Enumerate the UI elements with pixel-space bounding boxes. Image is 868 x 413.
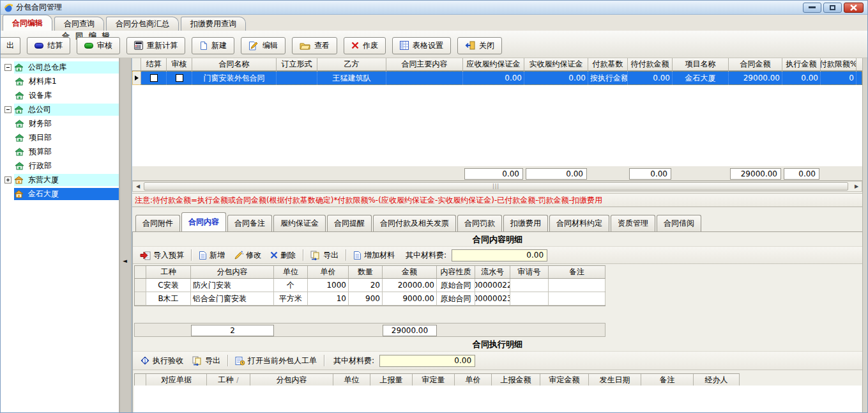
tab-subcontractor-summary[interactable]: 合同分包商汇总 — [106, 17, 179, 31]
delete-row-button[interactable]: 删除 — [268, 249, 298, 262]
tree-item-jinshi-tower-selected[interactable]: 金石大厦 — [1, 187, 119, 201]
col-exec-amount[interactable]: 执行金额 — [782, 58, 821, 70]
edit-button[interactable]: 编辑 — [241, 37, 286, 54]
content-row-2[interactable]: B木工 铝合金门窗安装 平方米 10 900 9000.00 原始合同 0000… — [135, 292, 605, 306]
tree-item-dongying-tower[interactable]: 东营大厦 — [1, 173, 119, 187]
exec-material-fee-input[interactable]: 0.00 — [379, 355, 475, 367]
col-pending-amount[interactable]: 待付款金额 — [628, 58, 673, 70]
collapse-icon[interactable] — [4, 106, 11, 113]
scroll-right-arrow-icon[interactable]: ▶ — [851, 182, 862, 191]
tree-item-equipment-store[interactable]: 设备库 — [1, 88, 119, 102]
minimize-button[interactable] — [803, 3, 821, 13]
col-quantity[interactable]: 数量 — [349, 266, 383, 278]
tree-item-project-dept[interactable]: 项目部 — [1, 130, 119, 144]
tab-contract-attachment[interactable]: 合同附件 — [135, 215, 180, 231]
new-button[interactable]: 新建 — [192, 37, 234, 54]
col-receivable-deposit[interactable]: 应收履约保证金 — [463, 58, 524, 70]
tab-contract-query[interactable]: 合同查询 — [54, 17, 104, 31]
tab-contract-reminder[interactable]: 合同提醒 — [327, 215, 372, 231]
col-reported-qty[interactable]: 上报量 — [370, 374, 413, 386]
add-row-button[interactable]: 新增 — [197, 249, 227, 262]
col-unit-price[interactable]: 单价 — [308, 266, 349, 278]
col-project-name[interactable]: 项目名称 — [673, 58, 729, 70]
add-material-button[interactable]: 增加材料 — [351, 249, 397, 262]
col-related-doc[interactable]: 对应单据 — [146, 374, 207, 386]
col-request-no[interactable]: 审请号 — [510, 266, 549, 278]
tab-withholding-fee[interactable]: 扣缴费用 — [503, 215, 548, 231]
tree-item-budget-dept[interactable]: 预算部 — [1, 144, 119, 159]
audit-button[interactable]: 审核 — [77, 37, 120, 54]
tree-splitter[interactable]: ◄ — [119, 58, 132, 412]
tab-material-agreement[interactable]: 合同材料约定 — [549, 215, 609, 231]
close-button[interactable] — [844, 3, 864, 13]
tree-item-material-store1[interactable]: 材料库1 — [1, 74, 119, 88]
col-contract-name[interactable]: 合同名称 — [192, 58, 277, 70]
col-received-deposit[interactable]: 实收履约保证金 — [524, 58, 588, 70]
import-budget-button[interactable]: 导入预算 — [138, 249, 186, 262]
col-serial-no[interactable]: 流水号 — [475, 266, 510, 278]
expand-icon[interactable] — [4, 176, 11, 183]
tab-contract-penalty[interactable]: 合同罚款 — [457, 215, 502, 231]
view-button[interactable]: 查看 — [292, 37, 337, 54]
col-audit[interactable]: 审核 — [167, 58, 192, 70]
col-unit[interactable]: 单位 — [274, 266, 308, 278]
collapse-panel-arrow-icon[interactable]: ◄ — [123, 258, 127, 264]
material-fee-input[interactable]: 0.00 — [452, 249, 547, 261]
contract-row-selected[interactable]: 门窗安装外包合同 王猛建筑队 0.00 0.00 按执行金额 0.00 金石大厦… — [132, 71, 862, 85]
open-labor-order-button[interactable]: 打开当前外包人工单 — [233, 354, 319, 368]
col-approved-amount[interactable]: 审定金额 — [540, 374, 589, 386]
col-payment-basis[interactable]: 付款基数 — [588, 58, 628, 70]
tab-contract-remark[interactable]: 合同备注 — [227, 215, 272, 231]
grid-horizontal-scrollbar[interactable]: ◀ ||| ▶ — [132, 181, 862, 192]
col-remark[interactable]: 备注 — [641, 374, 694, 386]
tree-item-finance-dept[interactable]: 财务部 — [1, 116, 119, 130]
col-subcontract-content[interactable]: 分包内容 — [191, 266, 274, 278]
col-approved-qty[interactable]: 审定量 — [413, 374, 455, 386]
settle-button[interactable]: 结算 — [27, 37, 70, 54]
col-party-b[interactable]: 乙方 — [317, 58, 386, 70]
tab-qualification[interactable]: 资质管理 — [611, 215, 655, 231]
col-reported-amount[interactable]: 上报金额 — [492, 374, 540, 386]
col-payment-limit[interactable]: 付款限额% — [821, 58, 857, 70]
col-amount[interactable]: 金额 — [383, 266, 437, 278]
col-remark[interactable]: 备注 — [549, 266, 605, 278]
col-settle[interactable]: 结算 — [141, 58, 167, 70]
col-content-nature[interactable]: 内容性质 — [437, 266, 475, 278]
col-work-type[interactable]: 工种 — [146, 266, 191, 278]
col-form[interactable]: 订立形式 — [277, 58, 317, 70]
col-work-type-sorted[interactable]: 工种/ — [207, 374, 250, 386]
col-contract-amount[interactable]: 合同金额 — [729, 58, 782, 70]
close-window-button[interactable]: 关闭 — [457, 37, 502, 54]
col-handler[interactable]: 经办人 — [694, 374, 740, 386]
tree-item-head-office[interactable]: 总公司 — [1, 102, 119, 116]
tab-contract-edit[interactable]: 合同编辑 — [3, 15, 52, 31]
tab-performance-deposit[interactable]: 履约保证金 — [273, 215, 326, 231]
col-main-content[interactable]: 合同主要内容 — [386, 58, 463, 70]
tab-withholding-fee-query[interactable]: 扣缴费用查询 — [181, 17, 246, 31]
table-settings-button[interactable]: 表格设置 — [392, 37, 451, 54]
recalculate-button[interactable]: 重新计算 — [126, 37, 185, 54]
col-unit[interactable]: 单位 — [333, 374, 370, 386]
tab-contract-borrow[interactable]: 合同借阅 — [657, 215, 701, 231]
scroll-left-arrow-icon[interactable]: ◀ — [133, 182, 143, 191]
settle-checkbox[interactable] — [150, 74, 158, 82]
export-detail-button[interactable]: 导出 — [308, 249, 340, 262]
col-subcontract-content[interactable]: 分包内容 — [250, 374, 333, 386]
scrollbar-thumb[interactable]: ||| — [144, 182, 848, 191]
collapse-icon[interactable] — [4, 64, 11, 71]
col-occur-date[interactable]: 发生日期 — [589, 374, 641, 386]
void-button[interactable]: 作废 — [344, 37, 386, 54]
tab-contract-content[interactable]: 合同内容 — [181, 212, 226, 231]
restore-button[interactable] — [823, 3, 842, 13]
exec-export-button[interactable]: 导出 — [190, 354, 222, 368]
col-paid-clipped[interactable]: 已 — [857, 58, 862, 70]
col-unit-price[interactable]: 单价 — [455, 374, 492, 386]
tab-payment-invoice[interactable]: 合同付款及相关发票 — [373, 215, 456, 231]
content-row-1[interactable]: C安装 防火门安装 个 1000 20 20000.00 原始合同 000000… — [135, 279, 605, 292]
tree-item-admin-dept[interactable]: 行政部 — [1, 159, 119, 173]
exec-acceptance-button[interactable]: 1执行验收 — [138, 354, 185, 368]
tree-item-company-warehouse[interactable]: 公司总仓库 — [1, 60, 119, 74]
modify-row-button[interactable]: 修改 — [232, 249, 263, 262]
audit-checkbox[interactable] — [176, 74, 183, 82]
export-button-clipped[interactable]: 出 — [1, 37, 20, 54]
